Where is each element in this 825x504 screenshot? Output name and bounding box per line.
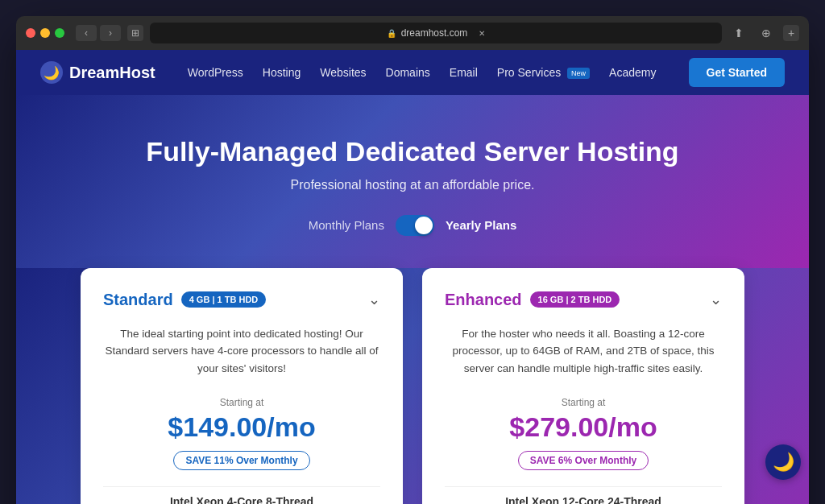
plan-toggle: Monthly Plans Yearly Plans xyxy=(40,215,785,236)
hero-title: Fully-Managed Dedicated Server Hosting xyxy=(40,135,785,168)
hero-section: Fully-Managed Dedicated Server Hosting P… xyxy=(16,95,809,268)
traffic-lights xyxy=(26,28,64,38)
browser-chrome: ‹ › ⊞ 🔒 dreamhost.com ✕ ⬆ ⊕ + xyxy=(16,16,809,50)
nav-hosting[interactable]: Hosting xyxy=(263,66,301,79)
standard-plan-card: Standard 4 GB | 1 TB HDD ⌄ The ideal sta… xyxy=(81,268,403,504)
site-logo[interactable]: 🌙 DreamHost xyxy=(40,61,155,84)
enhanced-processor: Intel Xeon 12-Core 24-Thread xyxy=(445,486,722,504)
maximize-window-button[interactable] xyxy=(55,28,64,38)
enhanced-specs-badge: 16 GB | 2 TB HDD xyxy=(530,291,620,308)
navbar: 🌙 DreamHost WordPress Hosting Websites D… xyxy=(16,50,809,95)
nav-websites[interactable]: Websites xyxy=(320,66,366,79)
standard-description: The ideal starting point into dedicated … xyxy=(103,325,380,378)
standard-processor-label: Intel Xeon 4-Core 8-Thread xyxy=(170,495,313,504)
toggle-knob xyxy=(415,217,433,234)
bookmark-button[interactable]: ⊕ xyxy=(756,25,777,41)
standard-chevron-icon[interactable]: ⌄ xyxy=(368,291,380,308)
enhanced-plan-card: Enhanced 16 GB | 2 TB HDD ⌄ For the host… xyxy=(422,268,744,504)
url-text: dreamhost.com xyxy=(401,27,468,39)
standard-plan-title: Standard xyxy=(103,291,173,309)
monthly-plans-label: Monthly Plans xyxy=(309,218,384,232)
enhanced-processor-label: Intel Xeon 12-Core 24-Thread xyxy=(505,495,661,504)
hero-subtitle: Professional hosting at an affordable pr… xyxy=(40,178,785,192)
enhanced-card-header: Enhanced 16 GB | 2 TB HDD ⌄ xyxy=(445,291,722,309)
enhanced-specs-list: Intel Xeon 12-Core 24-Thread 16 GB RAM 2… xyxy=(445,486,722,504)
enhanced-plan-title: Enhanced xyxy=(445,291,522,309)
enhanced-description: For the hoster who needs it all. Boastin… xyxy=(445,325,722,378)
enhanced-chevron-icon[interactable]: ⌄ xyxy=(710,291,722,308)
logo-icon: 🌙 xyxy=(40,61,63,84)
site-wrapper: 🌙 DreamHost WordPress Hosting Websites D… xyxy=(16,50,809,504)
tab-view-button[interactable]: ⊞ xyxy=(127,25,143,41)
ssl-lock-icon: 🔒 xyxy=(387,29,396,38)
yearly-plans-label: Yearly Plans xyxy=(446,218,516,232)
back-button[interactable]: ‹ xyxy=(76,25,97,41)
plans-toggle-switch[interactable] xyxy=(396,215,434,236)
browser-actions: ⬆ ⊕ xyxy=(728,25,777,41)
minimize-window-button[interactable] xyxy=(40,28,50,38)
get-started-button[interactable]: Get Started xyxy=(689,58,785,87)
floating-moon-icon: 🌙 xyxy=(773,452,794,473)
nav-pro-services[interactable]: Pro Services New xyxy=(497,66,590,79)
standard-processor: Intel Xeon 4-Core 8-Thread xyxy=(103,486,380,504)
forward-button[interactable]: › xyxy=(100,25,121,41)
browser-window: ‹ › ⊞ 🔒 dreamhost.com ✕ ⬆ ⊕ + 🌙 DreamHos… xyxy=(16,16,809,504)
close-window-button[interactable] xyxy=(26,28,35,38)
browser-nav-buttons: ‹ › xyxy=(76,25,121,41)
standard-specs-list: Intel Xeon 4-Core 8-Thread 4 GB RAM 1 TB… xyxy=(103,486,380,504)
nav-academy[interactable]: Academy xyxy=(609,66,656,79)
nav-wordpress[interactable]: WordPress xyxy=(188,66,243,79)
standard-price: $149.00/mo xyxy=(103,411,380,443)
plans-cards-section: Standard 4 GB | 1 TB HDD ⌄ The ideal sta… xyxy=(16,268,809,504)
address-bar[interactable]: 🔒 dreamhost.com ✕ xyxy=(150,23,722,43)
new-tab-button[interactable]: + xyxy=(783,25,799,41)
standard-starting-at: Starting at xyxy=(103,397,380,408)
share-button[interactable]: ⬆ xyxy=(728,25,749,41)
enhanced-price: $279.00/mo xyxy=(445,411,722,443)
nav-email[interactable]: Email xyxy=(450,66,478,79)
enhanced-title-group: Enhanced 16 GB | 2 TB HDD xyxy=(445,291,620,309)
pro-services-badge: New xyxy=(567,68,590,79)
dreamhost-floating-icon[interactable]: 🌙 xyxy=(765,444,801,480)
enhanced-save-badge: SAVE 6% Over Monthly xyxy=(518,451,649,470)
nav-links: WordPress Hosting Websites Domains Email… xyxy=(188,65,657,80)
standard-specs-badge: 4 GB | 1 TB HDD xyxy=(181,291,267,308)
standard-card-header: Standard 4 GB | 1 TB HDD ⌄ xyxy=(103,291,380,309)
nav-domains[interactable]: Domains xyxy=(386,66,430,79)
enhanced-starting-at: Starting at xyxy=(445,397,722,408)
standard-save-badge: SAVE 11% Over Monthly xyxy=(173,451,309,470)
logo-text: DreamHost xyxy=(69,64,155,82)
clear-url-button[interactable]: ✕ xyxy=(479,29,485,38)
standard-title-group: Standard 4 GB | 1 TB HDD xyxy=(103,291,266,309)
